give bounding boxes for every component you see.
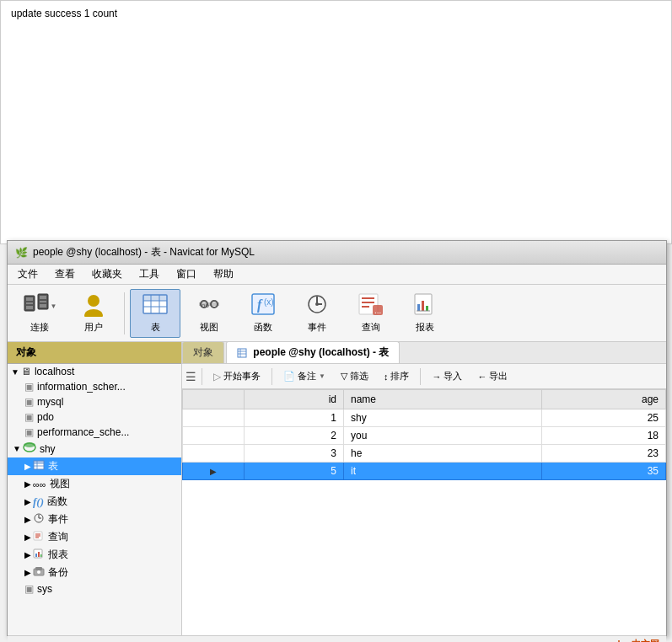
notes-button[interactable]: 📄 备注 ▼ [277,367,331,385]
toolbar-func[interactable]: f (x) 函数 [238,289,288,338]
table: id name age [182,389,666,480]
connect-icon-group: ▼ [23,292,57,319]
row3-name: he [343,445,541,463]
func-tree-icon: f() [33,495,44,509]
tables-expand-arrow: ▶ [24,462,31,471]
sidebar-item-shy[interactable]: ▼ shy [8,440,181,457]
transaction-icon: ▷ [213,371,221,383]
toolbar-connect[interactable]: ▼ 连接 [14,289,65,338]
query-icon: ... [358,292,384,319]
filter-button[interactable]: ▽ 筛选 [335,367,374,385]
svg-point-27 [315,302,319,306]
begin-transaction-button[interactable]: ▷ 开始事务 [207,367,266,385]
toolbar-event[interactable]: 事件 [292,289,342,338]
toolbar-report[interactable]: 报表 [400,289,450,338]
backups-label: 备份 [48,565,68,580]
shy-label: shy [40,443,56,455]
sidebar-item-tables[interactable]: ▶ 表 [8,457,181,475]
col-name-header[interactable]: name [343,390,541,409]
sidebar-item-funcs[interactable]: ▶ f() 函数 [8,493,181,511]
sidebar-item-pdo[interactable]: ▣ pdo [8,409,181,425]
tab-object[interactable]: 对象 [182,341,224,363]
toolbar-table[interactable]: 表 [130,289,180,338]
svg-rect-60 [238,349,246,357]
col-name-label: name [351,393,376,405]
sidebar-item-reports[interactable]: ▶ 报表 [8,546,181,564]
menu-favorites[interactable]: 收藏夹 [85,265,129,283]
toolbar-user[interactable]: 用户 [68,289,119,338]
menu-view[interactable]: 查看 [48,265,82,283]
table-row[interactable]: 3 he 23 [183,445,666,463]
toolbar-view-label: 视图 [200,321,218,334]
menu-window[interactable]: 窗口 [169,265,203,283]
table-row[interactable]: 1 shy 25 [183,409,666,427]
svg-point-40 [24,442,35,447]
table-row-selected[interactable]: ▶ 5 it 35 [183,463,666,480]
notes-dropdown-arrow: ▼ [319,372,325,380]
toolbar-query[interactable]: ... 查询 [346,289,396,338]
menu-file[interactable]: 文件 [11,265,45,283]
reports-expand-arrow: ▶ [24,550,31,559]
menu-help[interactable]: 帮助 [207,265,240,283]
row3-age: 23 [542,445,666,463]
export-button[interactable]: ← 导出 [471,367,513,385]
query-tree-icon [33,531,45,543]
right-panel: 对象 people @shy (localhost) - 表 [182,342,666,635]
top-output-area: update success 1 count [0,0,672,244]
col-id-header[interactable]: id [245,390,344,409]
sidebar-item-backups[interactable]: ▶ 备份 [8,564,181,581]
reports-label: 报表 [48,548,68,562]
title-bar: 🌿 people @shy (localhost) - 表 - Navicat … [8,241,666,265]
sidebar-item-views[interactable]: ▶ ∞∞ 视图 [8,475,181,493]
col-age-header[interactable]: age [542,390,666,409]
sidebar-item-sys[interactable]: ▣ sys [8,581,181,597]
svg-rect-15 [143,295,167,301]
svg-text:oo: oo [202,302,209,309]
views-expand-arrow: ▶ [24,479,31,489]
svg-point-9 [84,309,103,317]
object-tab-label: 对象 [16,346,36,358]
filter-icon: ▽ [341,371,347,382]
sidebar-item-events[interactable]: ▶ 事件 [8,511,181,528]
db-icon-pdo: ▣ [24,411,34,423]
toolbar-view[interactable]: oo 视图 [184,289,234,338]
user-icon [80,293,107,319]
row2-name: you [343,427,541,445]
sort-button[interactable]: ↕ 排序 [378,367,416,385]
svg-rect-45 [34,461,44,463]
import-icon: → [432,372,441,382]
export-icon: ← [477,372,487,382]
hamburger-icon[interactable]: ☰ [185,370,196,383]
sidebar: 对象 ▼ 🖥 localhost ▣ information_scher... … [8,342,182,635]
svg-rect-37 [426,306,428,311]
events-expand-arrow: ▶ [24,515,31,524]
sidebar-item-perf-schema[interactable]: ▣ performance_sche... [8,425,181,440]
row2-arrow [183,427,245,445]
table-row[interactable]: 2 you 18 [183,427,666,445]
row4-id: 5 [245,463,344,480]
tab-table[interactable]: people @shy (localhost) - 表 [226,341,400,363]
data-table: id name age [182,389,666,635]
tab-object-label: 对象 [193,346,213,358]
queries-label: 查询 [48,530,68,544]
sidebar-item-queries[interactable]: ▶ 查询 [8,528,181,546]
localhost-label: localhost [35,366,74,377]
notes-icon: 📄 [283,371,295,382]
db-icon-perf: ▣ [24,426,34,438]
sidebar-item-localhost[interactable]: ▼ 🖥 localhost [8,364,181,379]
menu-bar: 文件 查看 收藏夹 工具 窗口 帮助 [8,265,666,285]
table-icon [142,292,169,319]
sidebar-item-mysql[interactable]: ▣ mysql [8,394,181,409]
db-icon-mysql: ▣ [24,396,34,408]
row1-age: 25 [542,409,666,427]
object-tab[interactable]: 对象 [8,342,181,364]
menu-tools[interactable]: 工具 [132,265,166,283]
funcs-label: 函数 [47,495,67,509]
db-icon-sys: ▣ [24,583,34,595]
svg-rect-35 [417,304,420,311]
sidebar-item-info-schema[interactable]: ▣ information_scher... [8,379,181,394]
import-button[interactable]: → 导入 [426,367,468,385]
events-label: 事件 [48,512,68,527]
backup-tree-icon [33,566,45,579]
event-tree-icon [33,513,45,526]
